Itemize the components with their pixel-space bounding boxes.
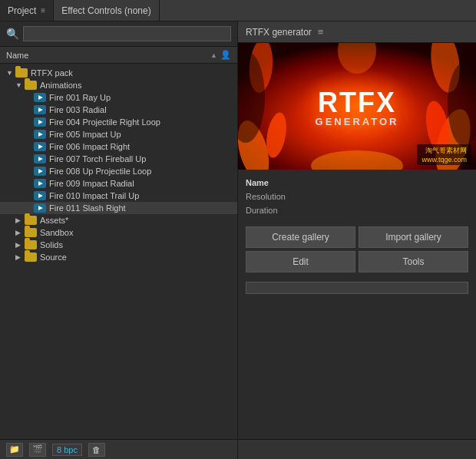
duration-label: Duration [246, 206, 278, 215]
folder-icon-solids [25, 240, 37, 249]
tree-item-fire009[interactable]: ▶ Fire 009 Impact Radial [0, 177, 237, 190]
tree-item-fire005[interactable]: ▶ Fire 005 Impact Up [0, 128, 237, 140]
comp-icon-fire009: ▶ [34, 179, 46, 188]
progress-bar-bg [246, 282, 468, 294]
tools-button[interactable]: Tools [359, 251, 468, 272]
resolution-label: Resolution [246, 192, 286, 201]
column-header: Name ▲ 👤 [0, 47, 237, 64]
arrow-assets [15, 216, 23, 224]
tree-item-assets[interactable]: Assets* [0, 214, 237, 226]
name-label: Name [246, 178, 269, 187]
tree-item-fire010[interactable]: ▶ Fire 010 Impact Trail Up [0, 190, 237, 202]
folder-icon-rtfx [15, 68, 28, 78]
tree-label-fire011: Fire 011 Slash Right [49, 203, 126, 213]
tree-label-animations: Animations [40, 81, 81, 90]
comp-icon-fire005: ▶ [34, 130, 46, 139]
create-gallery-button[interactable]: Create gallery [246, 226, 355, 248]
effect-controls-label: Effect Controls (none) [61, 5, 151, 16]
comp-icon-fire008: ▶ [34, 167, 46, 176]
left-bottom-bar: 📁 🎬 8 bpc 🗑 [0, 439, 237, 459]
comp-icon-fire011: ▶ [34, 203, 46, 213]
tree-item-fire011[interactable]: ▶ Fire 011 Slash Right [0, 202, 237, 214]
search-icon: 🔍 [6, 28, 19, 40]
project-tab-label: Project [8, 5, 36, 16]
tree-label-fire010: Fire 010 Impact Trail Up [49, 191, 139, 200]
tree-label-fire007: Fire 007 Torch Fireball Up [49, 154, 146, 163]
tree-item-fire006[interactable]: ▶ Fire 006 Impact Right [0, 140, 237, 153]
preview-area: RTFX GENERATOR 淘气哥素材网 www.tqge.com [238, 43, 476, 170]
edit-button[interactable]: Edit [246, 251, 355, 272]
search-bar: 🔍 [0, 21, 237, 47]
resolution-row: Resolution [246, 190, 468, 203]
scroll-up-icon: ▲ [210, 51, 217, 59]
file-tree: RTFX pack Animations ▶ Fire 001 Ray Up ▶… [0, 64, 237, 439]
arrow-source [15, 253, 23, 261]
comp-icon-fire001: ▶ [34, 93, 46, 102]
tree-label-source: Source [40, 253, 67, 262]
name-row: Name [246, 176, 468, 190]
arrow-animations [15, 81, 23, 89]
tree-label-fire001: Fire 001 Ray Up [49, 93, 111, 102]
tree-item-fire001[interactable]: ▶ Fire 001 Ray Up [0, 91, 237, 104]
progress-bar-section [238, 279, 476, 297]
comp-icon-fire007: ▶ [34, 154, 46, 163]
project-menu-icon[interactable]: ≡ [41, 6, 45, 15]
tree-item-solids[interactable]: Solids [0, 239, 237, 251]
tree-label-rtfx-pack: RTFX pack [31, 68, 73, 78]
preview-background: RTFX GENERATOR 淘气哥素材网 www.tqge.com [238, 43, 476, 170]
rtfx-header: RTFX generator ≡ [238, 21, 476, 43]
tree-label-solids: Solids [40, 240, 63, 249]
column-name-label: Name [6, 51, 28, 60]
watermark-line2: www.tqge.com [421, 156, 467, 163]
search-input[interactable] [23, 26, 231, 41]
comp-icon-fire006: ▶ [34, 142, 46, 151]
right-panel: RTFX generator ≡ [238, 21, 476, 459]
tree-item-fire003[interactable]: ▶ Fire 003 Radial [0, 104, 237, 116]
comp-icon-fire004: ▶ [34, 117, 46, 127]
tree-item-source[interactable]: Source [0, 251, 237, 263]
buttons-section: Create gallery Import gallery Edit Tools [238, 220, 476, 279]
tree-label-fire005: Fire 005 Impact Up [49, 130, 121, 139]
project-tab[interactable]: Project ≡ [0, 0, 54, 21]
rtfx-tab-label: RTFX generator [246, 27, 312, 38]
arrow-solids [15, 241, 23, 249]
tree-label-sandbox: Sandbox [40, 228, 73, 237]
tree-label-fire003: Fire 003 Radial [49, 105, 107, 114]
arrow-sandbox [15, 229, 23, 236]
tree-label-fire004: Fire 004 Projectile Right Loop [49, 117, 160, 127]
import-gallery-button[interactable]: Import gallery [359, 226, 468, 248]
tree-item-sandbox[interactable]: Sandbox [0, 226, 237, 239]
new-comp-button[interactable]: 🎬 [29, 443, 46, 457]
duration-row: Duration [246, 203, 468, 217]
right-bottom-bar [238, 439, 476, 459]
rtfx-logo: RTFX GENERATOR [316, 86, 399, 127]
main-content: 🔍 Name ▲ 👤 RTFX pack Animations [0, 21, 476, 459]
comp-icon-fire010: ▶ [34, 191, 46, 200]
folder-icon-source [25, 253, 37, 262]
watermark-line1: 淘气哥素材网 [421, 146, 467, 156]
person-icon: 👤 [220, 50, 231, 60]
effect-controls-tab[interactable]: Effect Controls (none) [54, 0, 160, 21]
folder-icon-sandbox [25, 228, 37, 237]
folder-icon-animations [25, 81, 37, 90]
bpc-badge[interactable]: 8 bpc [52, 444, 82, 456]
tree-label-fire006: Fire 006 Impact Right [49, 142, 130, 151]
delete-button[interactable]: 🗑 [88, 443, 105, 457]
folder-icon-assets [25, 216, 37, 225]
tree-item-fire004[interactable]: ▶ Fire 004 Projectile Right Loop [0, 116, 237, 128]
rtfx-menu-icon[interactable]: ≡ [318, 26, 324, 38]
left-panel: 🔍 Name ▲ 👤 RTFX pack Animations [0, 21, 238, 459]
tree-item-animations[interactable]: Animations [0, 79, 237, 91]
info-section: Name Resolution Duration [238, 170, 476, 220]
rtfx-logo-text: RTFX [316, 86, 399, 118]
watermark: 淘气哥素材网 www.tqge.com [417, 144, 471, 165]
tree-label-assets: Assets* [40, 216, 68, 225]
tree-item-fire007[interactable]: ▶ Fire 007 Torch Fireball Up [0, 153, 237, 165]
tree-item-fire008[interactable]: ▶ Fire 008 Up Projectile Loop [0, 165, 237, 177]
new-folder-button[interactable]: 📁 [6, 443, 23, 457]
top-bar: Project ≡ Effect Controls (none) [0, 0, 476, 21]
tree-label-fire008: Fire 008 Up Projectile Loop [49, 167, 151, 176]
tree-item-rtfx-pack[interactable]: RTFX pack [0, 67, 237, 79]
arrow-rtfx-pack [6, 69, 14, 77]
tree-label-fire009: Fire 009 Impact Radial [49, 179, 134, 188]
